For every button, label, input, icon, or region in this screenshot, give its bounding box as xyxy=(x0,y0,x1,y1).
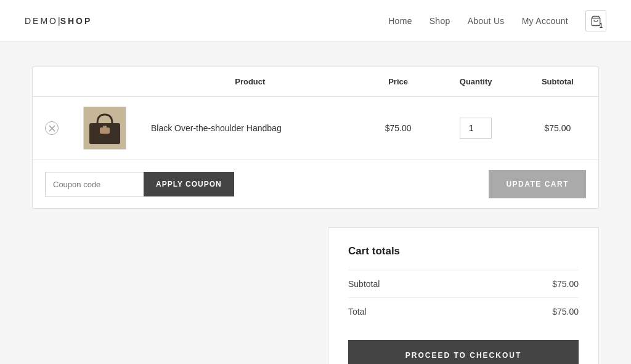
nav-account[interactable]: My Account xyxy=(522,16,568,26)
cart-totals-box: Cart totals Subtotal $75.00 Total $75.00… xyxy=(328,227,599,364)
nav-shop[interactable]: Shop xyxy=(429,16,450,26)
cart-icon-button[interactable]: 1 xyxy=(585,10,606,31)
main-content: Product Price Quantity Subtotal xyxy=(20,67,611,364)
cart-table: Product Price Quantity Subtotal xyxy=(33,67,598,160)
apply-coupon-button[interactable]: APPLY COUPON xyxy=(144,172,234,196)
total-value: $75.00 xyxy=(552,307,579,317)
main-nav: Home Shop About Us My Account 1 xyxy=(388,10,606,31)
total-row: Total $75.00 xyxy=(348,297,579,325)
product-price: $75.00 xyxy=(385,123,412,133)
product-image xyxy=(83,107,126,150)
col-remove xyxy=(33,67,71,97)
cart-table-wrapper: Product Price Quantity Subtotal xyxy=(32,67,599,209)
svg-rect-4 xyxy=(100,127,110,134)
logo-demo: DEMO xyxy=(25,16,58,26)
table-row: Black Over-the-shoulder Handbag $75.00 $… xyxy=(33,97,598,160)
nav-home[interactable]: Home xyxy=(388,16,412,26)
col-subtotal-header: Subtotal xyxy=(517,67,598,97)
update-cart-button[interactable]: UPDATE CART xyxy=(489,170,586,198)
coupon-area: APPLY COUPON xyxy=(45,172,234,196)
cart-actions: APPLY COUPON UPDATE CART xyxy=(33,160,598,208)
col-img xyxy=(71,67,139,97)
handbag-svg xyxy=(86,110,123,147)
subtotal-label: Subtotal xyxy=(348,279,380,289)
subtotal-value: $75.00 xyxy=(552,279,579,289)
quantity-input[interactable] xyxy=(460,118,492,139)
remove-item-button[interactable] xyxy=(45,121,59,135)
close-icon xyxy=(49,125,55,132)
nav-about[interactable]: About Us xyxy=(468,16,505,26)
svg-rect-5 xyxy=(103,126,107,127)
col-price-header: Price xyxy=(362,67,435,97)
cart-totals-title: Cart totals xyxy=(348,245,579,257)
product-subtotal: $75.00 xyxy=(544,123,571,133)
cart-count-badge: 1 xyxy=(599,22,603,29)
coupon-input[interactable] xyxy=(45,172,144,196)
product-name: Black Over-the-shoulder Handbag xyxy=(151,123,282,133)
subtotal-row: Subtotal $75.00 xyxy=(348,270,579,297)
logo-shop: SHOP xyxy=(60,16,92,26)
logo[interactable]: DEMO|SHOP xyxy=(25,16,92,26)
total-label: Total xyxy=(348,307,367,317)
col-quantity-header: Quantity xyxy=(435,67,517,97)
cart-totals-section: Cart totals Subtotal $75.00 Total $75.00… xyxy=(32,227,599,364)
proceed-to-checkout-button[interactable]: PROCEED TO CHECKOUT xyxy=(348,340,579,364)
col-product-header: Product xyxy=(139,67,362,97)
